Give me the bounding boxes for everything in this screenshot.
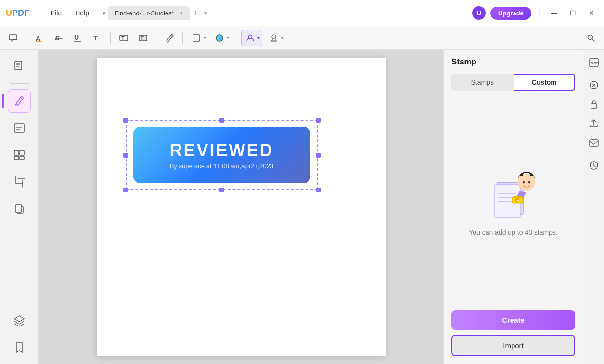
svg-point-36	[518, 174, 535, 191]
handle-tr[interactable]	[316, 118, 321, 123]
handle-bl[interactable]	[123, 188, 128, 192]
convert-btn[interactable]	[586, 77, 602, 93]
person-with-arrow[interactable]: ▾	[241, 30, 262, 46]
handle-br[interactable]	[316, 188, 321, 192]
svg-text:T: T	[121, 35, 125, 41]
svg-text:OCR: OCR	[591, 61, 599, 65]
shape-with-arrow[interactable]: ▾	[188, 30, 208, 46]
strikethrough-btn[interactable]: S	[51, 30, 67, 46]
tab-arrow-btn[interactable]: ▾	[103, 10, 106, 17]
panel-empty-text: You can add up to 40 stamps.	[469, 227, 558, 238]
sep5	[236, 32, 236, 44]
sep1	[26, 32, 26, 44]
svg-text:T: T	[141, 35, 144, 41]
handle-tl[interactable]	[123, 118, 128, 123]
svg-rect-25	[14, 150, 19, 155]
sep4	[182, 32, 183, 44]
svg-text:S: S	[55, 34, 60, 42]
underline-btn[interactable]: U	[70, 30, 86, 46]
svg-rect-2	[36, 41, 42, 42]
create-button[interactable]: Create	[451, 310, 575, 330]
svg-rect-17	[15, 61, 22, 70]
svg-rect-12	[193, 35, 200, 41]
titlebar-right: U Upgrade | — ☐ ✕	[472, 6, 598, 20]
email-btn[interactable]	[586, 135, 602, 151]
svg-rect-46	[591, 104, 597, 108]
sidebar-item-bookmarks[interactable]	[8, 336, 31, 359]
person-btn[interactable]	[244, 31, 257, 45]
svg-rect-28	[20, 156, 24, 160]
tab-title: Find-and-...r-Studies*	[115, 10, 174, 17]
pen-btn[interactable]	[161, 30, 178, 46]
upgrade-button[interactable]: Upgrade	[490, 7, 531, 20]
svg-point-14	[249, 35, 252, 38]
handle-ml[interactable]	[123, 153, 128, 158]
import-button[interactable]: Import	[451, 335, 575, 356]
sidebar-sep1	[10, 83, 29, 84]
handle-tm[interactable]	[219, 118, 224, 123]
search-btn[interactable]	[583, 30, 599, 46]
sep2	[110, 32, 111, 44]
svg-rect-26	[20, 150, 24, 155]
right-panel: Stamp Stamps Custom	[443, 50, 583, 364]
maximize-button[interactable]: ☐	[566, 8, 580, 18]
svg-rect-0	[9, 35, 17, 40]
text-btn[interactable]: T	[89, 30, 105, 46]
panel-tabs: Stamps Custom	[451, 74, 575, 91]
stamp-btn[interactable]	[267, 31, 281, 45]
svg-point-13	[216, 35, 223, 41]
main-area: REVIEWED By superace at 11:08 am,Apr27,2…	[0, 50, 604, 364]
app-logo: UPDF	[6, 8, 29, 18]
stamp-dropdown-arrow[interactable]: ▾	[281, 35, 283, 40]
shape-dropdown-arrow[interactable]: ▾	[204, 35, 206, 40]
svg-point-37	[523, 181, 525, 183]
ocr-btn[interactable]: OCR	[586, 54, 602, 71]
handle-mr[interactable]	[316, 153, 321, 158]
sidebar-item-crop[interactable]	[8, 170, 31, 193]
svg-point-38	[528, 181, 530, 183]
tab-custom[interactable]: Custom	[514, 74, 576, 91]
textbox-btn[interactable]: T	[116, 30, 132, 46]
stamp-wrapper[interactable]: REVIEWED By superace at 11:08 am,Apr27,2…	[126, 120, 318, 190]
tab-add-btn[interactable]: +	[190, 8, 203, 18]
color-dropdown-arrow[interactable]: ▾	[227, 35, 229, 40]
titlebar: UPDF | File Help ▾ Find-and-...r-Studies…	[0, 0, 604, 26]
person-dropdown-arrow[interactable]: ▾	[257, 35, 260, 40]
color-btn[interactable]	[213, 31, 226, 45]
svg-text:T: T	[93, 34, 98, 42]
sidebar-item-layers[interactable]	[8, 309, 31, 332]
handle-bm[interactable]	[219, 188, 224, 192]
active-tab[interactable]: Find-and-...r-Studies* ×	[108, 6, 190, 20]
sep3	[156, 32, 156, 44]
color-with-arrow[interactable]: ▾	[211, 30, 231, 46]
comment-btn[interactable]	[5, 30, 21, 46]
menu-file[interactable]: File	[46, 7, 67, 19]
sidebar-item-copy[interactable]	[8, 197, 31, 220]
sidebar-item-organize[interactable]	[8, 143, 31, 166]
tab-dropdown-btn[interactable]: ▾	[204, 10, 207, 17]
left-sidebar	[0, 50, 39, 364]
tab-stamps[interactable]: Stamps	[451, 74, 514, 91]
win-sep: |	[538, 9, 540, 17]
stamp-with-arrow[interactable]: ▾	[265, 30, 285, 46]
share-btn[interactable]	[586, 115, 602, 132]
sidebar-item-pages[interactable]	[8, 54, 31, 77]
shape-btn[interactable]	[190, 31, 203, 45]
tab-close-btn[interactable]: ×	[179, 9, 183, 17]
svg-rect-27	[14, 156, 19, 160]
canvas-area: REVIEWED By superace at 11:08 am,Apr27,2…	[39, 50, 443, 364]
svg-text:U: U	[74, 34, 79, 41]
sidebar-item-annotate[interactable]	[8, 89, 31, 113]
tab-area: ▾ Find-and-...r-Studies* × + ▾	[103, 6, 468, 20]
sidebar-item-edit[interactable]	[8, 116, 31, 139]
textbox2-btn[interactable]: T	[135, 30, 151, 46]
right-icon-sidebar: OCR	[583, 50, 604, 364]
highlight-btn[interactable]: A	[31, 30, 48, 46]
history-btn[interactable]	[586, 157, 602, 174]
close-button[interactable]: ✕	[585, 8, 598, 18]
protect-btn[interactable]	[586, 96, 602, 113]
menu-help[interactable]: Help	[70, 7, 94, 19]
panel-actions: Create Import	[451, 310, 575, 356]
panel-illustration: ★	[487, 168, 540, 221]
minimize-button[interactable]: —	[547, 8, 561, 18]
